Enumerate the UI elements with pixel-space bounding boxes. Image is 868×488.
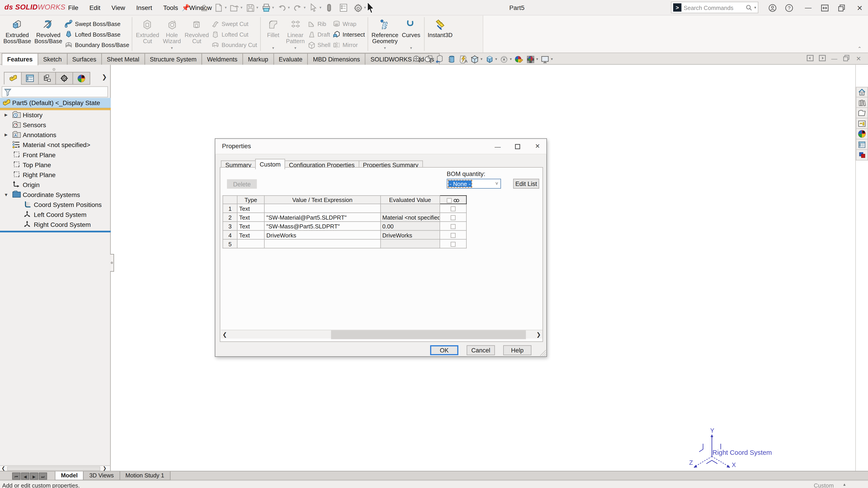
hide-show-items-icon[interactable] (499, 54, 509, 65)
dropdown-caret-icon[interactable]: ▾ (536, 57, 538, 61)
search-caret-icon[interactable]: ▾ (754, 5, 756, 10)
ok-button[interactable]: OK (430, 345, 458, 355)
ribbon-button-instant3d[interactable]: Instant3D (426, 17, 454, 51)
last-tab-icon[interactable]: ⏭ (39, 473, 47, 480)
dialog-minimize-icon[interactable]: — (489, 139, 506, 154)
ribbon-button-lofted-cut[interactable]: Lofted Cut (212, 29, 257, 39)
resize-grip[interactable] (540, 350, 546, 356)
user-account-icon[interactable] (765, 0, 779, 15)
search-icon[interactable] (746, 4, 752, 11)
ribbon-button-swept-boss-base[interactable]: Swept Boss/Base (65, 18, 129, 29)
ribbon-tab-mbd-dimensions[interactable]: MBD Dimensions (307, 53, 366, 65)
edit-list-button[interactable]: Edit List (513, 179, 539, 189)
menu-insert[interactable]: Insert (131, 4, 158, 11)
menu-edit[interactable]: Edit (84, 4, 106, 11)
gear-icon[interactable] (352, 2, 364, 14)
doc-tab-3d-views[interactable]: 3D Views (83, 471, 120, 480)
panel-grip[interactable] (53, 68, 55, 71)
apply-scene-icon[interactable] (525, 54, 536, 65)
close-button[interactable]: ✕ (852, 0, 867, 15)
properties-icon[interactable] (338, 2, 350, 14)
table-row[interactable]: 3Text"SW-Mass@Part5.SLDPRT"0.00 (223, 222, 467, 230)
prev-tab-icon[interactable]: ◀ (21, 473, 29, 480)
ribbon-button-boundary-boss-base[interactable]: Boundary Boss/Base (65, 39, 129, 50)
first-tab-icon[interactable]: ⏮ (12, 473, 21, 480)
appearances-icon[interactable] (856, 129, 868, 140)
span-displays-button[interactable] (817, 0, 832, 15)
tree-item-front-plane[interactable]: Front Plane (0, 150, 111, 160)
doc-close-icon[interactable]: ✕ (852, 55, 865, 62)
ribbon-button-boundary-cut[interactable]: Boundary Cut (212, 39, 257, 50)
tree-item-coordinate-systems[interactable]: ▼Coordinate Systems (0, 190, 111, 200)
ribbon-button-linear-pattern[interactable]: LinearPattern▾ (284, 17, 307, 51)
right-coord-label[interactable]: Right Coord System (712, 449, 772, 456)
ribbon-button-hole-wizard[interactable]: HoleWizard▾ (161, 17, 183, 51)
scroll-left-icon[interactable]: ❮ (0, 466, 6, 471)
panel-tab-dimxpertmanager[interactable] (55, 72, 73, 85)
panel-tab-propertymanager[interactable] (21, 72, 39, 85)
view-palette-icon[interactable] (856, 119, 868, 129)
print-icon[interactable] (260, 2, 272, 14)
custom-properties-icon[interactable] (856, 139, 868, 150)
panel-tab-displaymanager[interactable] (72, 72, 90, 85)
ribbon-button-revolved-cut[interactable]: RevolvedCut (183, 17, 211, 51)
panel-hscrollbar[interactable]: ❮ ❯ (0, 465, 111, 471)
doc-tab-model[interactable]: Model (55, 471, 84, 480)
doc-tab-motion-study-1[interactable]: Motion Study 1 (119, 471, 170, 480)
tree-item-material-not-specified-[interactable]: Material <not specified> (0, 140, 111, 150)
dialog-scroll-thumb[interactable] (331, 330, 526, 339)
design-library-icon[interactable] (856, 97, 868, 108)
restore-button[interactable] (834, 0, 849, 15)
compare-icon[interactable] (856, 150, 868, 161)
dropdown-caret-icon[interactable]: ▾ (225, 5, 227, 10)
dropdown-caret-icon[interactable]: ▾ (256, 5, 258, 10)
ribbon-tab-evaluate[interactable]: Evaluate (273, 53, 308, 65)
panel-expand-icon[interactable]: ❯ (102, 74, 107, 81)
dropdown-caret-icon[interactable]: ▾ (319, 5, 321, 10)
dialog-hscrollbar[interactable]: ❮ ❯ (221, 330, 542, 339)
dropdown-caret-icon[interactable]: ▾ (480, 57, 483, 61)
table-row[interactable]: 4TextDriveWorksDriveWorks (223, 230, 467, 239)
search-input[interactable]: Search Commands (684, 4, 746, 11)
redo-icon[interactable] (291, 2, 304, 14)
ribbon-tab-markup[interactable]: Markup (242, 53, 274, 65)
ribbon-tab-weldments[interactable]: Weldments (202, 53, 243, 65)
ribbon-button-wrap[interactable]: abWrap (333, 18, 365, 29)
tree-item-top-plane[interactable]: Top Plane (0, 160, 111, 170)
scroll-thumb[interactable] (7, 466, 100, 471)
ribbon-button-curves[interactable]: Curves ▾ (400, 17, 422, 51)
ribbon-button-fillet[interactable]: Fillet ▾ (262, 17, 284, 51)
next-tab-icon[interactable]: ▶ (30, 473, 38, 480)
dropdown-caret-icon[interactable]: ▾ (551, 57, 553, 61)
cancel-button[interactable]: Cancel (467, 345, 495, 355)
previous-view-icon[interactable] (434, 54, 445, 65)
collapse-ribbon-icon[interactable]: ⌃ (857, 46, 862, 51)
tree-item-right-plane[interactable]: Right Plane (0, 170, 111, 180)
table-row[interactable]: 2Text"SW-Material@Part5.SLDPRT"Material … (223, 213, 467, 222)
tree-item-history[interactable]: ▶History (0, 110, 111, 120)
dropdown-caret-icon[interactable]: ▾ (495, 57, 497, 61)
dropdown-caret-icon[interactable]: ▾ (272, 5, 274, 10)
ribbon-button-mirror[interactable]: Mirror (333, 39, 365, 50)
dropdown-caret-icon[interactable]: ▾ (364, 5, 366, 10)
dropdown-caret-icon[interactable]: ▾ (288, 5, 290, 10)
minimize-button[interactable]: — (801, 0, 815, 15)
save-icon[interactable] (244, 2, 256, 14)
ribbon-button-intersect[interactable]: Intersect (333, 29, 365, 39)
ribbon-tab-sketch[interactable]: Sketch (37, 53, 67, 65)
ribbon-button-shell[interactable]: Shell (307, 39, 330, 50)
ribbon-button-extruded-boss-base[interactable]: ExtrudedBoss/Base (2, 17, 33, 51)
home-icon[interactable] (198, 2, 211, 14)
edit-appearance-icon[interactable] (514, 54, 524, 65)
menu-view[interactable]: View (106, 4, 131, 11)
search-commands-box[interactable]: > Search Commands ▾ (671, 2, 758, 13)
tree-item-left-coord-system[interactable]: Left Coord System (0, 210, 111, 220)
new-doc-icon[interactable] (213, 2, 225, 14)
ribbon-tab-structure-system[interactable]: Structure System (144, 53, 202, 65)
dialog-close-icon[interactable]: ✕ (529, 139, 546, 154)
dialog-title-bar[interactable]: Properties — ✕ (215, 139, 546, 155)
panel-tab-configurationmanager[interactable] (38, 72, 56, 85)
ribbon-button-extruded-cut[interactable]: ExtrudedCut (134, 17, 161, 51)
help-icon[interactable]: ? (782, 0, 796, 15)
tree-item-root[interactable]: Part5 (Default) <_Display State (0, 98, 111, 108)
